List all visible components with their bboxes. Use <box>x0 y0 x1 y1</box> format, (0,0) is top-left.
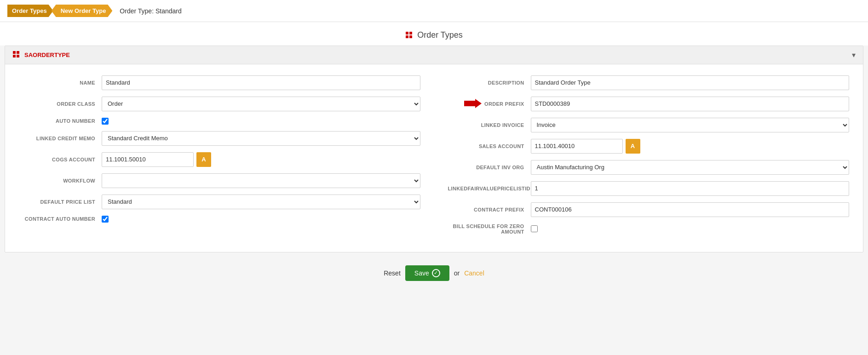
linked-invoice-select[interactable]: Invoice <box>531 118 850 132</box>
contract-auto-number-checkbox[interactable] <box>102 216 109 223</box>
page-title: Order Types <box>417 30 463 40</box>
bill-schedule-label: BILL SCHEDULE FOR ZERO AMOUNT <box>448 223 531 235</box>
svg-rect-7 <box>17 55 19 57</box>
section-grid-icon <box>12 51 21 59</box>
cogs-account-input[interactable] <box>102 152 194 167</box>
description-label: DESCRIPTION <box>448 80 531 86</box>
name-label: NAME <box>19 80 102 86</box>
linked-invoice-label: LINKED INVOICE <box>448 122 531 128</box>
bill-schedule-checkbox[interactable] <box>531 225 538 232</box>
svg-rect-4 <box>13 51 16 54</box>
workflow-select[interactable] <box>102 173 420 188</box>
form-body: NAME ORDER CLASS Order AUTO <box>5 64 863 252</box>
svg-rect-6 <box>13 55 16 57</box>
grid-icon <box>405 31 414 40</box>
name-input[interactable] <box>102 75 420 90</box>
order-prefix-input[interactable] <box>531 97 850 111</box>
linked-credit-memo-row: LINKED CREDIT MEMO Standard Credit Memo <box>19 131 420 146</box>
reset-button[interactable]: Reset <box>384 269 401 277</box>
workflow-label: WORKFLOW <box>19 178 102 183</box>
default-price-list-row: DEFAULT PRICE LIST Standard <box>19 195 420 209</box>
default-price-list-label: DEFAULT PRICE LIST <box>19 199 102 205</box>
order-class-row: ORDER CLASS Order <box>19 97 420 111</box>
page-header: Order Types <box>0 22 868 46</box>
svg-rect-0 <box>406 32 408 34</box>
linkedfairvalue-row: LINKEDFAIRVALUEPRICELISTID <box>448 181 850 196</box>
description-row: DESCRIPTION <box>448 75 850 90</box>
save-check-icon: ✓ <box>432 269 440 277</box>
svg-rect-3 <box>409 35 412 38</box>
order-prefix-label: ORDER PREFIX <box>448 99 531 109</box>
contract-prefix-input[interactable] <box>531 202 850 217</box>
svg-rect-2 <box>406 35 408 38</box>
sales-account-input[interactable] <box>531 139 623 154</box>
order-class-label: ORDER CLASS <box>19 101 102 107</box>
or-text: or <box>454 269 460 277</box>
svg-rect-1 <box>409 32 412 34</box>
sales-account-label: SALES ACCOUNT <box>448 143 531 149</box>
section-header[interactable]: SAORDERTYPE ▾ <box>5 46 863 64</box>
name-row: NAME <box>19 75 420 90</box>
save-label: Save <box>414 269 429 277</box>
sales-account-row: SALES ACCOUNT A <box>448 139 850 154</box>
linked-credit-memo-label: LINKED CREDIT MEMO <box>19 136 102 141</box>
contract-auto-number-row: CONTRACT AUTO NUMBER <box>19 216 420 223</box>
sales-account-button[interactable]: A <box>626 139 640 154</box>
linked-invoice-row: LINKED INVOICE Invoice <box>448 118 850 132</box>
contract-prefix-row: CONTRACT PREFIX <box>448 202 850 217</box>
red-arrow-icon <box>464 99 482 108</box>
description-input[interactable] <box>531 75 850 90</box>
svg-marker-8 <box>464 99 482 108</box>
breadcrumb-new-order-type[interactable]: New Order Type <box>52 5 113 17</box>
section-title: SAORDERTYPE <box>24 52 70 58</box>
cancel-button[interactable]: Cancel <box>464 269 484 277</box>
contract-auto-number-label: CONTRACT AUTO NUMBER <box>19 216 102 222</box>
linkedfairvalue-input[interactable] <box>531 181 850 196</box>
default-inv-org-label: DEFAULT INV ORG <box>448 165 531 170</box>
section-card: SAORDERTYPE ▾ NAME ORDER CLASS <box>5 46 863 252</box>
default-inv-org-select[interactable]: Austin Manufacturing Org <box>531 160 850 175</box>
linkedfairvalue-label: LINKEDFAIRVALUEPRICELISTID <box>448 186 531 191</box>
auto-number-label: AUTO NUMBER <box>19 118 102 124</box>
contract-prefix-label: CONTRACT PREFIX <box>448 207 531 212</box>
form-right-col: DESCRIPTION ORDER PREFIX <box>448 75 850 241</box>
breadcrumb: Order Types New Order Type Order Type: S… <box>0 0 868 22</box>
cogs-account-button[interactable]: A <box>196 152 211 167</box>
chevron-down-icon[interactable]: ▾ <box>852 51 856 59</box>
auto-number-checkbox[interactable] <box>102 118 109 125</box>
svg-rect-5 <box>17 51 19 54</box>
default-inv-org-row: DEFAULT INV ORG Austin Manufacturing Org <box>448 160 850 175</box>
cogs-account-label: COGS ACCOUNT <box>19 157 102 162</box>
bill-schedule-row: BILL SCHEDULE FOR ZERO AMOUNT <box>448 223 850 235</box>
default-price-list-select[interactable]: Standard <box>102 195 420 209</box>
linked-credit-memo-select[interactable]: Standard Credit Memo <box>102 131 420 146</box>
form-footer: Reset Save ✓ or Cancel <box>0 257 868 286</box>
order-prefix-row: ORDER PREFIX <box>448 97 850 111</box>
save-button[interactable]: Save ✓ <box>405 265 449 281</box>
breadcrumb-order-types[interactable]: Order Types <box>7 5 53 17</box>
auto-number-row: AUTO NUMBER <box>19 118 420 125</box>
order-class-select[interactable]: Order <box>102 97 420 111</box>
breadcrumb-title: Order Type: Standard <box>120 7 181 15</box>
cogs-account-row: COGS ACCOUNT A <box>19 152 420 167</box>
form-left-col: NAME ORDER CLASS Order AUTO <box>19 75 420 241</box>
workflow-row: WORKFLOW <box>19 173 420 188</box>
